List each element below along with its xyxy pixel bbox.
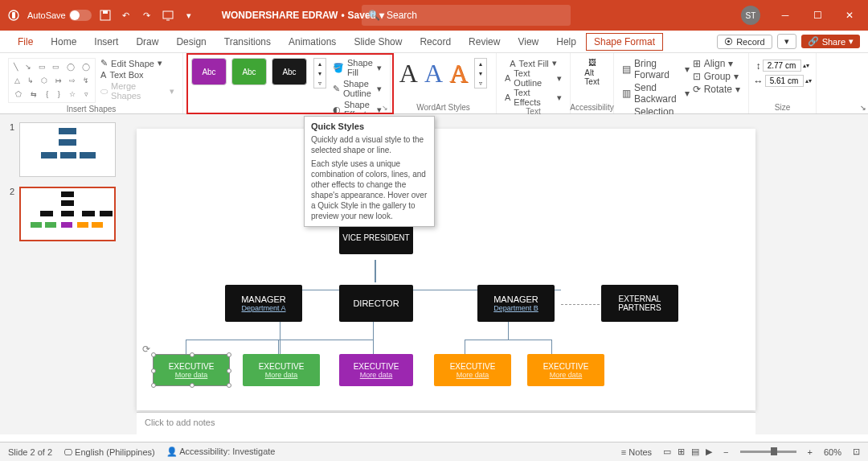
zoom-slider[interactable] xyxy=(740,451,796,453)
menu-review[interactable]: Review xyxy=(461,33,508,51)
mode-buttons: ⦿ Record ▾ 🔗 Share ▾ xyxy=(717,34,860,49)
thumbnail-2[interactable]: 2 xyxy=(10,187,117,241)
thumbnail-panel: 1 2 xyxy=(0,114,126,434)
align-button[interactable]: ⊞ Align ▾ xyxy=(693,58,740,69)
scroll-down-icon[interactable]: ▾ xyxy=(475,68,486,78)
share-button[interactable]: 🔗 Share ▾ xyxy=(801,35,860,48)
dialog-launcher-icon[interactable]: ↘ xyxy=(860,104,866,112)
autosave-toggle[interactable]: AutoSave xyxy=(27,10,92,21)
menu-draw[interactable]: Draw xyxy=(128,33,166,51)
thumbnail-1[interactable]: 1 xyxy=(10,122,117,177)
style-swatch-black[interactable]: Abc xyxy=(272,58,307,85)
shape-outline-button[interactable]: ✎ Shape Outline ▾ xyxy=(333,79,382,98)
group-label: Accessibility xyxy=(570,103,613,112)
wordart-style-3[interactable]: A xyxy=(449,59,468,88)
menu-file[interactable]: File xyxy=(10,33,41,51)
text-fill-button[interactable]: A Text Fill ▾ xyxy=(510,58,557,68)
accessibility-button[interactable]: 👤 Accessibility: Investigate xyxy=(166,447,276,457)
node-manager-b[interactable]: MANAGERDepartment B xyxy=(477,285,555,322)
text-effects-button[interactable]: A Text Effects ▾ xyxy=(505,88,562,107)
alt-text-button[interactable]: 🖼 Alt Text xyxy=(584,58,599,86)
style-swatch-green[interactable]: Abc xyxy=(231,58,267,85)
slideshow-view-icon[interactable]: ▶ xyxy=(706,447,712,457)
user-avatar[interactable]: ST xyxy=(741,6,760,25)
reading-view-icon[interactable]: ▤ xyxy=(691,447,699,457)
menu-home[interactable]: Home xyxy=(43,33,84,51)
style-preview-gallery[interactable]: Abc Abc Abc xyxy=(191,58,307,85)
record-mode-button[interactable]: ⦿ Record xyxy=(717,35,772,49)
expand-gallery-icon[interactable]: ▿ xyxy=(475,78,486,88)
menu-insert[interactable]: Insert xyxy=(86,33,126,51)
notes-pane[interactable]: Click to add notes xyxy=(137,412,755,434)
rotate-handle-icon[interactable]: ⟳ xyxy=(142,344,150,355)
sorter-view-icon[interactable]: ⊞ xyxy=(678,447,685,457)
shape-fill-button[interactable]: 🪣 Shape Fill ▾ xyxy=(333,58,382,77)
svg-rect-4 xyxy=(163,11,173,19)
customize-qa-icon[interactable]: ▾ xyxy=(182,8,196,23)
node-exec-2[interactable]: EXECUTIVEMore data xyxy=(243,354,320,386)
save-icon[interactable] xyxy=(98,8,113,23)
node-exec-3[interactable]: EXECUTIVEMore data xyxy=(339,354,413,386)
menu-transitions[interactable]: Transitions xyxy=(216,33,279,51)
expand-gallery-icon[interactable]: ▿ xyxy=(314,78,326,88)
shapes-gallery[interactable]: ╲↘▭▭◯◯ △↳⬡↦⇨↯ ⬠⇆{}☆▿ xyxy=(8,58,96,103)
menu-animations[interactable]: Animations xyxy=(280,33,344,51)
width-input[interactable] xyxy=(765,75,804,87)
edit-shape-button[interactable]: ✎ Edit Shape ▾ xyxy=(100,58,174,68)
minimize-button[interactable]: ─ xyxy=(772,3,799,27)
dialog-launcher-icon[interactable]: ↘ xyxy=(382,104,388,112)
menu-record[interactable]: Record xyxy=(411,33,459,51)
normal-view-icon[interactable]: ▭ xyxy=(663,447,671,457)
slide-canvas[interactable]: CEO VICE PRESIDENT MANAGERDepartment A D… xyxy=(137,129,755,410)
language-button[interactable]: 🖵 English (Philippines) xyxy=(63,447,155,457)
undo-icon[interactable]: ↶ xyxy=(119,8,133,23)
notes-button[interactable]: ≡ Notes xyxy=(621,447,652,457)
node-manager-a[interactable]: MANAGERDepartment A xyxy=(225,285,302,322)
scroll-up-icon[interactable]: ▴ xyxy=(314,59,326,68)
wordart-gallery[interactable]: A A A ▴ ▾ ▿ xyxy=(399,58,487,88)
zoom-in-icon[interactable]: + xyxy=(808,447,813,457)
group-label: Size xyxy=(775,103,790,112)
fit-to-window-icon[interactable]: ⊡ xyxy=(853,447,860,457)
menu-slideshow[interactable]: Slide Show xyxy=(346,33,410,51)
search-bar[interactable]: 🔍 xyxy=(362,5,571,26)
close-button[interactable]: ✕ xyxy=(836,3,863,27)
group-button[interactable]: ⊡ Group ▾ xyxy=(693,71,740,82)
menu-design[interactable]: Design xyxy=(168,33,214,51)
redo-icon[interactable]: ↷ xyxy=(140,8,154,23)
ribbon-chevron-icon[interactable]: ▾ xyxy=(777,34,796,49)
menu-view[interactable]: View xyxy=(510,33,547,51)
maximize-button[interactable]: ☐ xyxy=(804,3,831,27)
node-exec-5[interactable]: EXECUTIVEMore data xyxy=(527,354,604,386)
menu-shape-format[interactable]: Shape Format xyxy=(586,33,663,51)
node-director[interactable]: DIRECTOR xyxy=(339,285,413,322)
svg-rect-1 xyxy=(12,12,15,19)
height-input[interactable] xyxy=(763,60,801,72)
node-external[interactable]: EXTERNAL PARTNERS xyxy=(601,285,678,322)
wordart-style-2[interactable]: A xyxy=(424,59,443,88)
bring-forward-button[interactable]: ▤ Bring Forward ▾ xyxy=(622,58,690,80)
zoom-out-icon[interactable]: − xyxy=(723,447,728,457)
document-name[interactable]: WONDERSHARE EDRAW • Saved ▾ xyxy=(222,10,384,21)
connector xyxy=(551,340,552,354)
zoom-level[interactable]: 60% xyxy=(824,447,841,457)
menu-help[interactable]: Help xyxy=(548,33,584,51)
text-outline-button[interactable]: A Text Outline ▾ xyxy=(505,68,562,88)
node-exec-1-selected[interactable]: ⟳ EXECUTIVEMore data xyxy=(153,354,230,386)
rotate-button[interactable]: ⟳ Rotate ▾ xyxy=(693,84,740,95)
toggle-icon xyxy=(69,10,92,21)
text-box-button[interactable]: A Text Box xyxy=(100,70,174,80)
search-input[interactable] xyxy=(387,10,564,21)
connector xyxy=(280,322,280,354)
scroll-up-icon[interactable]: ▴ xyxy=(475,59,486,68)
stepper-icon[interactable]: ▴▾ xyxy=(805,77,812,84)
scroll-down-icon[interactable]: ▾ xyxy=(314,68,326,78)
group-label: WordArt Styles xyxy=(416,103,470,112)
style-swatch-purple[interactable]: Abc xyxy=(191,58,227,85)
slideshow-icon[interactable] xyxy=(161,8,175,23)
view-icons: ▭ ⊞ ▤ ▶ xyxy=(663,447,712,457)
stepper-icon[interactable]: ▴▾ xyxy=(803,62,809,69)
node-exec-4[interactable]: EXECUTIVEMore data xyxy=(434,354,511,386)
wordart-style-1[interactable]: A xyxy=(399,59,418,88)
send-backward-button[interactable]: ▥ Send Backward ▾ xyxy=(622,82,690,105)
